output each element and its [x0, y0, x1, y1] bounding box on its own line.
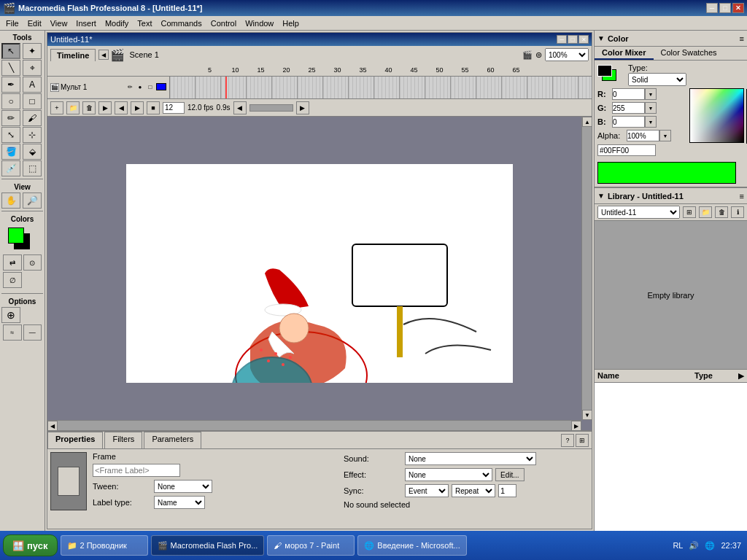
- menu-commands[interactable]: Commands: [156, 18, 206, 29]
- effect-select[interactable]: None: [405, 468, 492, 481]
- tool-fill[interactable]: ⊹: [23, 127, 42, 143]
- hscroll-track[interactable]: [58, 421, 571, 430]
- tool-inkbottle[interactable]: 🪣: [1, 144, 20, 160]
- hex-input[interactable]: #00FF00: [597, 144, 656, 156]
- tab-parameters[interactable]: Parameters: [144, 432, 201, 448]
- layer-dot[interactable]: ●: [136, 83, 144, 92]
- alpha-input[interactable]: [627, 130, 659, 141]
- tool-straighten[interactable]: —: [23, 324, 42, 341]
- tool-line[interactable]: ╲: [1, 60, 20, 76]
- fill-color-box[interactable]: [8, 228, 24, 244]
- stop-btn[interactable]: ■: [147, 101, 160, 114]
- props-help[interactable]: ?: [561, 434, 574, 447]
- doc-maximize[interactable]: □: [568, 35, 578, 44]
- timeline-frames[interactable]: [170, 77, 592, 98]
- tool-brush[interactable]: 🖌: [23, 110, 42, 126]
- canvas-hscroll[interactable]: ◀ ▶: [47, 420, 581, 430]
- volume-icon[interactable]: 🔊: [689, 541, 699, 551]
- add-layer-btn[interactable]: +: [50, 101, 63, 114]
- g-dropdown[interactable]: ▼: [645, 102, 657, 114]
- r-dropdown[interactable]: ▼: [645, 88, 657, 100]
- sound-select[interactable]: None: [405, 452, 536, 465]
- tool-no-color[interactable]: ∅: [3, 272, 22, 288]
- lib-props[interactable]: ℹ: [731, 206, 744, 218]
- scroll-right[interactable]: ▶: [296, 101, 309, 114]
- color-spectrum[interactable]: [689, 88, 744, 143]
- lib-delete[interactable]: 🗑: [715, 206, 728, 218]
- taskbar-explorer[interactable]: 📁 2 Проводник: [61, 535, 148, 556]
- label-type-select[interactable]: Name: [154, 496, 205, 509]
- tool-eraser[interactable]: ⬚: [23, 160, 42, 176]
- tool-select[interactable]: ↖: [1, 43, 20, 59]
- play-icon[interactable]: ⊚: [535, 50, 542, 60]
- taskbar-paint[interactable]: 🖌 мороз 7 - Paint: [267, 535, 355, 556]
- tool-snap[interactable]: ⊕: [1, 307, 20, 323]
- tab-color-swatches[interactable]: Color Swatches: [654, 47, 724, 60]
- tool-eyedropper[interactable]: 💉: [1, 160, 20, 176]
- tool-oval[interactable]: ○: [1, 93, 20, 109]
- menu-file[interactable]: File: [1, 18, 23, 29]
- library-menu[interactable]: ≡: [740, 192, 744, 201]
- tab-color-mixer[interactable]: Color Mixer: [595, 47, 654, 60]
- tab-filters[interactable]: Filters: [104, 432, 142, 448]
- menu-window[interactable]: Window: [241, 18, 278, 29]
- current-frame-input[interactable]: 12: [163, 102, 185, 114]
- menu-view[interactable]: View: [46, 18, 72, 29]
- tool-pen[interactable]: ✒: [1, 77, 20, 93]
- hscroll-left[interactable]: ◀: [47, 421, 58, 430]
- repeat-select[interactable]: Repeat Loop: [452, 484, 495, 497]
- stage[interactable]: [126, 164, 513, 383]
- layer-lock[interactable]: □: [146, 83, 155, 92]
- minimize-button[interactable]: ─: [706, 3, 718, 13]
- canvas-vscroll[interactable]: ▲ ▼: [581, 117, 592, 420]
- onion-icon[interactable]: 🎬: [522, 50, 533, 60]
- menu-insert[interactable]: Insert: [71, 18, 101, 29]
- color-boxes[interactable]: [8, 228, 37, 253]
- tool-freexform[interactable]: ⤡: [1, 127, 20, 143]
- r-input[interactable]: 0: [612, 88, 645, 100]
- tween-select[interactable]: None Motion Shape: [154, 480, 212, 493]
- type-select[interactable]: Solid Linear Radial: [628, 73, 686, 86]
- menu-modify[interactable]: Modify: [101, 18, 133, 29]
- tool-lasso[interactable]: ⌖: [23, 60, 42, 76]
- layer-pencil[interactable]: ✏: [125, 83, 134, 92]
- taskbar-flash[interactable]: 🎬 Macromedia Flash Pro...: [151, 535, 265, 556]
- color-panel-menu[interactable]: ≡: [740, 34, 744, 43]
- b-input[interactable]: 0: [612, 116, 645, 128]
- frame-fwd-btn[interactable]: ▶: [131, 101, 144, 114]
- lib-new-symbol[interactable]: ⊞: [683, 206, 696, 218]
- close-button[interactable]: ✕: [732, 3, 744, 13]
- tool-zoom[interactable]: 🔎: [23, 192, 42, 209]
- scroll-left[interactable]: ◀: [233, 101, 247, 114]
- tool-default-colors[interactable]: ⊙: [23, 254, 42, 271]
- tab-properties[interactable]: Properties: [47, 432, 103, 448]
- delete-layer-btn[interactable]: 🗑: [82, 101, 96, 114]
- tool-smooth[interactable]: ≈: [3, 324, 22, 341]
- frame-label-input[interactable]: [93, 464, 180, 477]
- tool-subselect[interactable]: ✦: [23, 43, 42, 59]
- network-icon[interactable]: 🌐: [705, 541, 715, 551]
- scroll-track[interactable]: [249, 104, 293, 112]
- props-expand[interactable]: ⊞: [576, 434, 589, 447]
- edit-btn[interactable]: Edit...: [495, 468, 525, 481]
- maximize-button[interactable]: □: [719, 3, 731, 13]
- library-select[interactable]: Untitled-11: [597, 206, 680, 219]
- tool-hand[interactable]: ✋: [1, 192, 20, 209]
- menu-edit[interactable]: Edit: [23, 18, 46, 29]
- start-button[interactable]: 🪟 пуск: [3, 534, 58, 556]
- zoom-select[interactable]: 100% 50% 200%: [545, 48, 589, 61]
- play-btn[interactable]: ▶: [98, 101, 112, 114]
- menu-text[interactable]: Text: [133, 18, 156, 29]
- add-folder-btn[interactable]: 📁: [66, 101, 80, 114]
- repeat-count[interactable]: [498, 484, 516, 497]
- menu-control[interactable]: Control: [206, 18, 241, 29]
- doc-minimize[interactable]: ─: [557, 35, 567, 44]
- tool-rect[interactable]: □: [23, 93, 42, 109]
- menu-help[interactable]: Help: [278, 18, 303, 29]
- hscroll-right[interactable]: ▶: [571, 421, 581, 430]
- timeline-tab[interactable]: Timeline: [50, 49, 96, 61]
- layer-name[interactable]: Мульт 1: [61, 83, 125, 91]
- sync-select[interactable]: Event Start Stop Stream: [405, 484, 449, 497]
- layer-color[interactable]: [156, 83, 166, 90]
- lib-new-folder[interactable]: 📁: [699, 206, 712, 218]
